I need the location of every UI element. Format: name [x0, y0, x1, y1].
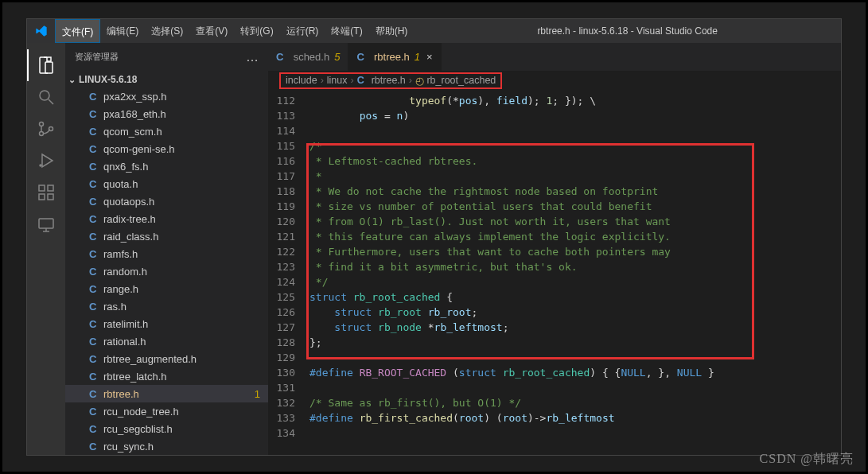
tab-name: rbtree.h: [374, 51, 410, 63]
chevron-right-icon: ›: [409, 75, 412, 86]
svg-point-4: [40, 132, 44, 136]
file-item[interactable]: Cpxa168_eth.h: [65, 105, 268, 122]
file-item[interactable]: Cratelimit.h: [65, 315, 268, 332]
file-name: pxa168_eth.h: [103, 108, 166, 120]
chevron-right-icon: ›: [321, 75, 324, 86]
c-file-icon: C: [89, 248, 99, 260]
menu-item[interactable]: 终端(T): [325, 19, 368, 43]
svg-point-3: [40, 122, 44, 126]
debug-icon[interactable]: [27, 145, 65, 177]
menu-item[interactable]: 转到(G): [234, 19, 279, 43]
source-control-icon[interactable]: [27, 113, 65, 145]
svg-point-7: [40, 165, 41, 166]
c-file-icon: C: [89, 423, 99, 435]
svg-rect-10: [48, 194, 53, 200]
sidebar-header: 资源管理器 …: [65, 43, 268, 71]
file-item[interactable]: Cqcom_scm.h: [65, 122, 268, 140]
c-file-icon: C: [89, 318, 99, 330]
file-name: ras.h: [103, 301, 127, 313]
file-list: Cpxa2xx_ssp.hCpxa168_eth.hCqcom_scm.hCqc…: [65, 88, 268, 455]
search-icon[interactable]: [27, 81, 65, 113]
window-title: rbtree.h - linux-5.6.18 - Visual Studio …: [414, 25, 841, 37]
svg-marker-6: [42, 154, 53, 167]
folder-header[interactable]: ⌄ LINUX-5.6.18: [65, 71, 268, 88]
c-file-icon: C: [89, 266, 99, 278]
watermark: CSDN @韩曙亮: [760, 451, 854, 468]
c-file-icon: C: [89, 441, 99, 453]
file-item[interactable]: Crbtree.h1: [65, 385, 268, 402]
explorer-icon[interactable]: [27, 49, 65, 81]
chevron-right-icon: ›: [351, 75, 354, 86]
file-name: quotaops.h: [103, 196, 154, 208]
file-name: rbtree.h: [103, 388, 139, 400]
svg-point-1: [40, 91, 49, 100]
file-item[interactable]: Craid_class.h: [65, 227, 268, 245]
svg-rect-8: [39, 185, 45, 191]
breadcrumb-item[interactable]: linux: [327, 75, 348, 86]
file-name: ramfs.h: [103, 248, 138, 260]
c-file-icon: C: [356, 51, 366, 63]
c-file-icon: C: [89, 161, 99, 173]
breadcrumb-item[interactable]: rb_root_cached: [426, 75, 496, 86]
sidebar-title: 资源管理器: [75, 51, 119, 63]
c-file-icon: C: [89, 301, 99, 313]
c-file-icon: C: [89, 406, 99, 418]
more-icon[interactable]: …: [246, 50, 259, 64]
vscode-logo-icon: [27, 25, 55, 37]
c-file-icon: C: [89, 143, 99, 155]
editor-tab[interactable]: C rbtree.h1×: [348, 43, 441, 71]
svg-rect-9: [39, 194, 45, 200]
close-icon[interactable]: ×: [426, 51, 433, 63]
file-name: range.h: [103, 283, 138, 295]
file-name: pxa2xx_ssp.h: [103, 91, 167, 103]
file-item[interactable]: Cramfs.h: [65, 245, 268, 262]
c-file-icon: C: [89, 196, 99, 208]
title-bar: 文件(F)编辑(E)选择(S)查看(V)转到(G)运行(R)终端(T)帮助(H)…: [27, 19, 841, 43]
file-item[interactable]: Crational.h: [65, 332, 268, 350]
svg-line-2: [49, 99, 53, 104]
code-area[interactable]: typeof(*pos), field); 1; }); \ pos = n) …: [309, 90, 841, 455]
modified-badge: 1: [415, 51, 420, 63]
menu-item[interactable]: 文件(F): [55, 19, 100, 43]
c-file-icon: C: [89, 371, 99, 383]
c-file-icon: C: [89, 91, 99, 103]
file-name: qcom_scm.h: [103, 126, 162, 138]
file-item[interactable]: Cqnx6_fs.h: [65, 157, 268, 175]
file-item[interactable]: Cpxa2xx_ssp.h: [65, 88, 268, 105]
remote-icon[interactable]: [27, 208, 65, 240]
breadcrumb[interactable]: include›linux›Crbtree.h›◴ rb_root_cached: [268, 71, 841, 90]
menu-item[interactable]: 查看(V): [189, 19, 234, 43]
menu-item[interactable]: 运行(R): [280, 19, 325, 43]
editor-tab[interactable]: C sched.h5: [268, 43, 348, 71]
file-item[interactable]: Crbtree_latch.h: [65, 367, 268, 385]
breadcrumb-item[interactable]: rbtree.h: [372, 75, 406, 86]
line-gutter: 1121131141151161171181191201211221231241…: [268, 90, 309, 455]
problem-badge: 1: [255, 388, 260, 400]
c-file-icon: C: [89, 213, 99, 225]
menu-item[interactable]: 编辑(E): [100, 19, 145, 43]
breadcrumb-item[interactable]: include: [286, 75, 317, 86]
file-item[interactable]: Crbtree_augmented.h: [65, 350, 268, 367]
extensions-icon[interactable]: [27, 177, 65, 208]
tab-name: sched.h: [294, 51, 330, 63]
file-item[interactable]: Crcu_node_tree.h: [65, 402, 268, 420]
file-name: quota.h: [103, 178, 138, 190]
activity-bar: [27, 43, 65, 455]
c-file-icon: C: [89, 231, 99, 243]
editor-tabs: C sched.h5C rbtree.h1×: [268, 43, 841, 71]
file-item[interactable]: Crcu_sync.h: [65, 437, 268, 455]
file-name: qcom-geni-se.h: [103, 143, 175, 155]
c-file-icon: C: [89, 178, 99, 190]
file-item[interactable]: Cquota.h: [65, 175, 268, 192]
file-item[interactable]: Cqcom-geni-se.h: [65, 140, 268, 157]
file-item[interactable]: Cquotaops.h: [65, 192, 268, 210]
menu-item[interactable]: 选择(S): [145, 19, 189, 43]
file-item[interactable]: Crange.h: [65, 280, 268, 297]
file-item[interactable]: Crcu_segcblist.h: [65, 420, 268, 437]
file-item[interactable]: Crandom.h: [65, 262, 268, 280]
editor-body[interactable]: 1121131141151161171181191201211221231241…: [268, 90, 841, 455]
menu-item[interactable]: 帮助(H): [369, 19, 415, 43]
file-name: raid_class.h: [103, 231, 158, 243]
file-item[interactable]: Cradix-tree.h: [65, 210, 268, 227]
file-item[interactable]: Cras.h: [65, 297, 268, 315]
